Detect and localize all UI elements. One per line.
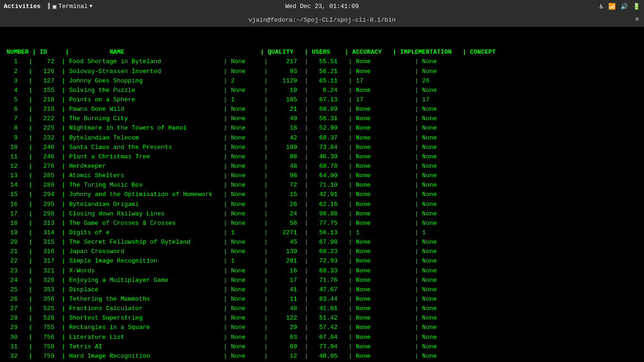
table-row: 17 | 298 | Closing down Railway Lines | … [3,209,641,219]
table-row: 4 | 155 | Solving the Puzzle | None | 10… [3,86,641,95]
table-row: 5 | 218 | Points on a Sphere | 1 | 165 |… [3,95,641,105]
table-row: 10 | 240 | Santa Claus and the Presents … [3,143,641,152]
clock: Wed Dec 23, 01:41:09 [285,3,359,10]
table-row: 11 | 246 | Plant a Christmas Tree | None… [3,152,641,162]
table-row: 6 | 219 | Pawns Gone Wild | None | 21 | … [3,105,641,114]
table-row: 26 | 356 | Tethering the Mammoths | None… [3,295,641,304]
terminal-icon: ▣ [53,3,57,10]
table-row: 7 | 222 | The Burning City | None | 40 |… [3,114,641,123]
table-row: 22 | 317 | Simple Image Recognition | 1 … [3,256,641,266]
table-row: 28 | 528 | Shortest Superstring | None |… [3,313,641,323]
table-row: 21 | 316 | Japan Crossword | None | 139 … [3,247,641,256]
table-row: 20 | 315 | The Secret Fellowship of Byte… [3,238,641,247]
table-row: 18 | 313 | The Game of Crosses & Crosses… [3,219,641,228]
sound-icon[interactable]: 🔊 [620,3,628,10]
table-row: 15 | 294 | Johnny and the Optimisation o… [3,190,641,199]
terminal-content[interactable]: NUMBER | ID | NAME | QUALITY | USERS | A… [0,27,644,362]
title-bar: vjain@fedora:~/Spoj-CLI/spoj-cli-0.1/bin… [0,13,644,27]
terminal-window: vjain@fedora:~/Spoj-CLI/spoj-cli-0.1/bin… [0,13,644,362]
table-row: 24 | 326 | Enjoying a Multiplayer Game |… [3,276,641,285]
table-row: 3 | 127 | Johnny Goes Shopping | 2 | 112… [3,76,641,86]
table-row: 13 | 285 | Atomic Shelters | None | 98 |… [3,171,641,181]
accessibility-icon[interactable]: ♿ [600,2,603,10]
activities-button[interactable]: Activities [4,3,41,10]
table-row: 31 | 758 | Tetris AI | None | 69 | 77.94… [3,342,641,352]
system-menu-icon[interactable]: 🔋 [633,3,640,10]
system-bar: Activities ▐ ▣ Terminal ▼ Wed Dec 23, 01… [0,0,644,13]
close-button[interactable]: × [635,16,639,24]
table-row: 25 | 353 | Displace | None | 41 | 47.67 … [3,285,641,295]
window-title: vjain@fedora:~/Spoj-CLI/spoj-cli-0.1/bin [248,16,396,24]
table-row: 32 | 759 | Hard Image Recognition | None… [3,352,641,361]
table-row: 27 | 525 | Fractions Calculator | None |… [3,304,641,313]
table-row: 23 | 321 | X-Words | None | 16 | 68.33 |… [3,266,641,276]
table-row: 8 | 225 | Nightmare in the Towers of Han… [3,123,641,133]
network-icon[interactable]: 📶 [608,3,616,10]
terminal-button[interactable]: ▣ Terminal ▼ [53,3,92,10]
table-row: 30 | 756 | Literature List | None | 63 |… [3,333,641,342]
table-row: 14 | 289 | The Turing Music Box | None |… [3,181,641,190]
table-row: 12 | 276 | Herdkeeper | None | 48 | 68.7… [3,162,641,171]
table-row: 2 | 126 | Solovay-Strassen Inverted | No… [3,67,641,76]
table-row: 16 | 295 | Bytelandian Origami | None | … [3,200,641,209]
terminal-dropdown-icon[interactable]: ▼ [90,4,92,9]
table-header: NUMBER | ID | NAME | QUALITY | USERS | A… [3,48,641,57]
table-row: 29 | 755 | Rectangles in a Square | None… [3,323,641,332]
data-table: NUMBER | ID | NAME | QUALITY | USERS | A… [0,29,644,362]
system-icons: ♿ 📶 🔊 🔋 [600,2,640,10]
table-row: 1 | 72 | Food Shortage in Byteland | Non… [3,57,641,66]
table-row: 9 | 232 | Bytelandian Telecom | None | 4… [3,133,641,143]
table-row: 19 | 314 | Digits of e | 1 | 2271 | 56.1… [3,228,641,238]
